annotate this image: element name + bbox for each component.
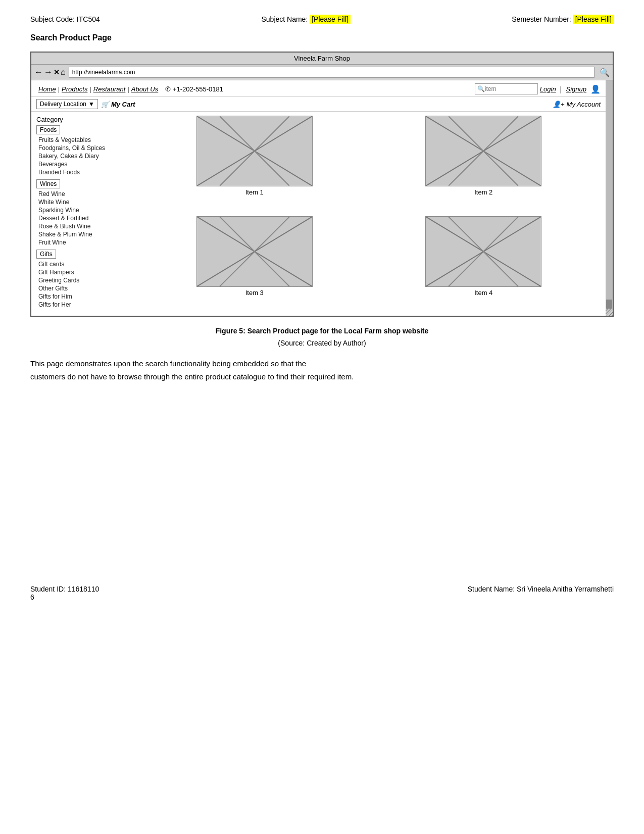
list-item[interactable]: Gift Hampers: [36, 268, 137, 276]
resize-handle-icon: [606, 309, 613, 316]
product-image-2: [425, 116, 541, 186]
browser-nav-arrows: ← → ✕ ⌂: [34, 67, 66, 77]
category-gifts: Gifts Gift cards Gift Hampers Greeting C…: [36, 250, 137, 309]
nav-home[interactable]: Home: [36, 85, 58, 93]
semester-number: Semester Number: [Please Fill]: [512, 15, 614, 23]
figure-caption: Figure 5: Search Product page for the Lo…: [30, 327, 614, 335]
category-wines: Wines Red Wine White Wine Sparkling Wine…: [36, 179, 137, 247]
search-input[interactable]: [485, 85, 535, 92]
product-label-4: Item 4: [474, 289, 492, 297]
list-item[interactable]: Bakery, Cakes & Diary: [36, 152, 137, 160]
my-account-button[interactable]: 👤+ My Account: [553, 101, 601, 108]
browser-title-bar: Vineela Farm Shop: [31, 53, 613, 65]
sidebar: Category Foods Fruits & Vegetables Foodg…: [36, 116, 137, 312]
back-arrow-icon[interactable]: ←: [34, 67, 43, 77]
student-id: Student ID: 11618110: [30, 585, 99, 593]
source-caption: (Source: Created by Author): [30, 339, 614, 347]
phone-number: ✆ +1-202-555-0181: [165, 85, 223, 93]
list-item[interactable]: Red Wine: [36, 190, 137, 198]
list-item[interactable]: Other Gifts: [36, 284, 137, 292]
nav-restaurant[interactable]: Restaurant: [91, 85, 128, 93]
nav-products[interactable]: Products: [60, 85, 89, 93]
dropdown-arrow-icon: ▼: [88, 101, 94, 108]
page-title: Search Product Page: [30, 33, 614, 42]
list-item[interactable]: Fruit Wine: [36, 238, 137, 247]
browser-title: Vineela Farm Shop: [294, 55, 350, 62]
list-item[interactable]: Beverages: [36, 160, 137, 168]
nav-about-us[interactable]: About Us: [129, 85, 160, 93]
product-label-3: Item 3: [245, 289, 264, 297]
signup-link[interactable]: Signup: [564, 85, 588, 93]
login-signup: Login | Signup 👤: [538, 84, 601, 94]
list-item[interactable]: Gifts for Her: [36, 301, 137, 309]
page-footer: Student ID: 11618110 6 Student Name: Sri…: [30, 585, 614, 601]
list-item[interactable]: White Wine: [36, 198, 137, 206]
placeholder-x-icon-1: [197, 116, 312, 186]
close-icon[interactable]: ✕: [54, 68, 60, 76]
login-link[interactable]: Login: [538, 85, 558, 93]
list-item[interactable]: Dessert & Fortified: [36, 214, 137, 222]
cart-icon: 🛒: [101, 101, 109, 108]
list-item[interactable]: Gifts for Him: [36, 292, 137, 301]
category-label-wines: Wines: [36, 179, 60, 188]
browser-body: Home | Products | Restaurant | About Us …: [31, 80, 613, 316]
product-image-1: [196, 116, 313, 186]
account-icon: 👤+: [553, 101, 565, 108]
product-item-2[interactable]: Item 2: [372, 116, 596, 211]
list-item[interactable]: Greeting Cards: [36, 276, 137, 284]
delivery-location-button[interactable]: Delivery Location ▼: [36, 99, 98, 109]
category-heading: Category: [36, 116, 137, 123]
forward-arrow-icon[interactable]: →: [44, 67, 53, 77]
category-foods: Foods Fruits & Vegetables Foodgrains, Oi…: [36, 125, 137, 176]
subject-code: Subject Code: ITC504: [30, 15, 100, 23]
product-image-4: [425, 216, 541, 287]
my-cart-button[interactable]: 🛒 My Cart: [101, 101, 135, 108]
list-item[interactable]: Foodgrains, Oil & Spices: [36, 144, 137, 152]
gifts-list: Gift cards Gift Hampers Greeting Cards O…: [36, 260, 137, 309]
list-item[interactable]: Branded Foods: [36, 168, 137, 176]
product-item-1[interactable]: Item 1: [142, 116, 367, 211]
list-item[interactable]: Shake & Plum Wine: [36, 230, 137, 238]
semester-value: [Please Fill]: [573, 15, 614, 24]
subject-name: Subject Name: [Please Fill]: [261, 15, 350, 23]
meta-header: Subject Code: ITC504 Subject Name: [Plea…: [30, 10, 614, 33]
foods-list: Fruits & Vegetables Foodgrains, Oil & Sp…: [36, 136, 137, 176]
site-nav-links: Home | Products | Restaurant | About Us …: [36, 85, 470, 93]
list-item[interactable]: Rose & Blush Wine: [36, 222, 137, 230]
delivery-location-area: Delivery Location ▼ 🛒 My Cart: [36, 99, 135, 109]
site-content: Category Foods Fruits & Vegetables Foodg…: [31, 112, 606, 316]
student-name: Student Name: Sri Vineela Anitha Yerrams…: [468, 585, 614, 601]
placeholder-x-icon-2: [426, 116, 541, 186]
home-icon[interactable]: ⌂: [61, 68, 66, 77]
person-icon: 👤: [590, 84, 601, 94]
product-grid: Item 1 Item 2: [137, 116, 601, 312]
browser-main: Home | Products | Restaurant | About Us …: [31, 80, 606, 316]
list-item[interactable]: Fruits & Vegetables: [36, 136, 137, 144]
product-image-3: [196, 216, 313, 287]
product-item-3[interactable]: Item 3: [142, 216, 367, 312]
browser-nav-bar: ← → ✕ ⌂ 🔍: [31, 65, 613, 80]
list-item[interactable]: Gift cards: [36, 260, 137, 268]
category-label-gifts: Gifts: [36, 250, 56, 259]
body-text: This page demonstrates upon the search f…: [30, 357, 614, 383]
placeholder-x-icon-4: [426, 217, 541, 286]
browser-mockup: Vineela Farm Shop ← → ✕ ⌂ 🔍 Home | Produ…: [30, 52, 614, 317]
site-subnav: Delivery Location ▼ 🛒 My Cart 👤+ My Acco…: [31, 97, 606, 112]
search-icon: 🔍: [477, 85, 485, 92]
scrollbar[interactable]: [606, 80, 613, 316]
scrollbar-thumb[interactable]: [606, 300, 612, 309]
product-label-1: Item 1: [245, 188, 264, 196]
product-label-2: Item 2: [474, 188, 492, 196]
wines-list: Red Wine White Wine Sparkling Wine Desse…: [36, 190, 137, 247]
search-box: 🔍: [475, 83, 538, 94]
category-label-foods: Foods: [36, 125, 60, 134]
subject-name-value: [Please Fill]: [310, 15, 350, 24]
list-item[interactable]: Sparkling Wine: [36, 206, 137, 214]
placeholder-x-icon-3: [197, 217, 312, 286]
product-item-4[interactable]: Item 4: [372, 216, 596, 312]
page-number: 6: [30, 593, 99, 601]
browser-search-icon[interactable]: 🔍: [600, 68, 610, 77]
url-bar[interactable]: [69, 67, 595, 78]
site-nav: Home | Products | Restaurant | About Us …: [31, 80, 606, 97]
